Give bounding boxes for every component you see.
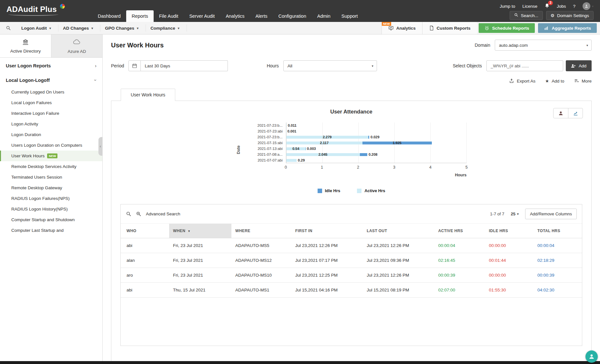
column-header-who[interactable]: WHO <box>121 224 169 238</box>
sidebar-item-radius-logon-failures-nps[interactable]: RADIUS Logon Failures(NPS) <box>0 193 102 204</box>
export-as-button[interactable]: Export As <box>509 78 535 84</box>
notifications-button[interactable]: 3 <box>544 3 550 9</box>
calendar-icon[interactable] <box>128 60 141 71</box>
toolbar-right: 1-7 of 7 25 ▾ Add/Remove Columns <box>490 209 577 219</box>
chevron-down-icon: ▾ <box>583 44 588 47</box>
app-logo[interactable]: ADAudit Plus <box>6 4 65 16</box>
subnav-dropdown-ad-changes[interactable]: AD Changes▾ <box>58 25 100 32</box>
sidebar-item-users-logon-duration-on-computers[interactable]: Users Logon Duration on Computers <box>0 140 102 151</box>
cell-first-in: Jul 23,2021 12:26 PM <box>291 238 363 253</box>
chart-title: User Attendance <box>117 109 586 115</box>
global-search-button[interactable]: Search... <box>510 11 543 20</box>
cell-last-out: Jul 23,2021 09:36 PM <box>363 253 434 268</box>
gear-icon: ⚙ <box>551 13 554 18</box>
sidebar-item-terminated-users-session[interactable]: Terminated Users Session <box>0 172 102 182</box>
sidebar-item-radius-logon-history-nps[interactable]: RADIUS Logon History(NPS) <box>0 204 102 214</box>
page-size-select[interactable]: 25 ▾ <box>511 212 519 216</box>
jump-to-link[interactable]: Jump to <box>500 4 515 9</box>
analytics-button[interactable]: NEW Analytics <box>381 22 422 34</box>
advanced-search: Advanced Search <box>126 211 180 217</box>
nav-item-dashboard[interactable]: Dashboard <box>92 10 126 22</box>
tab-azure-ad[interactable]: Azure AD <box>51 34 102 57</box>
period-input[interactable] <box>141 60 228 71</box>
cell-active-hrs: 00:00:04 <box>434 238 485 253</box>
hours-select[interactable]: All ▾ <box>283 60 377 71</box>
header-utilities: Jump to License 3 Jobs ? ▾ <box>500 2 594 10</box>
domain-select[interactable]: auto.adap.com ▾ <box>495 40 592 51</box>
search-icon[interactable] <box>126 211 131 217</box>
support-agent-icon <box>588 353 595 360</box>
attendance-view-icon[interactable] <box>554 108 568 118</box>
sidebar-item-remote-desktop-services-activity[interactable]: Remote Desktop Services Activity <box>0 161 102 172</box>
cell-active-hrs: 02:16:45 <box>434 253 485 268</box>
custom-reports-button[interactable]: Custom Reports <box>422 22 477 34</box>
sidebar-item-interactive-logon-failure[interactable]: Interactive Logon Failure <box>0 108 102 119</box>
sidebar-item-computer-last-startup-and[interactable]: Computer Last Startup and <box>0 225 102 236</box>
chart-xticks: 012345 <box>286 165 467 170</box>
table-toolbar: Advanced Search 1-7 of 7 25 ▾ Add/Remove… <box>121 204 582 223</box>
column-header-first-in[interactable]: FIRST IN <box>291 224 363 238</box>
user-menu[interactable]: ▾ <box>583 2 594 10</box>
column-header-total-hrs[interactable]: TOTAL HRS <box>534 224 582 238</box>
sidebar-item-remote-desktop-gateway[interactable]: Remote Desktop Gateway <box>0 182 102 193</box>
aggregate-reports-button[interactable]: Aggregate Reports <box>538 23 597 33</box>
nav-item-admin[interactable]: Admin <box>312 10 336 22</box>
chart-view-icon[interactable] <box>568 108 583 118</box>
sidebar-section-local-logon-logoff[interactable]: Local Logon-Logoff › <box>0 72 102 87</box>
domain-settings-button[interactable]: ⚙ Domain Settings <box>546 11 594 20</box>
chart-bar-row: 2.1171.925 <box>286 140 466 146</box>
help-button[interactable]: ? <box>573 4 575 9</box>
select-objects-group: Select Objects Add <box>453 60 592 71</box>
hours-group: Hours All ▾ <box>267 60 377 71</box>
subnav-dropdown-gpo-changes[interactable]: GPO Changes▾ <box>100 25 146 32</box>
support-chat-button[interactable] <box>585 350 598 363</box>
sidebar-item-user-work-hours[interactable]: User Work HoursNEW <box>0 151 102 161</box>
sidebar-item-currently-logged-on-users[interactable]: Currently Logged On Users <box>0 87 102 97</box>
subnav-search-icon[interactable] <box>6 25 11 31</box>
chart-xtick: 5 <box>465 165 468 170</box>
nav-item-server-audit[interactable]: Server Audit <box>184 10 220 22</box>
bell-icon <box>544 5 550 9</box>
subnav-dropdown-logon-audit[interactable]: Logon Audit▾ <box>17 25 58 32</box>
notification-badge: 3 <box>548 1 553 5</box>
column-header-active-hrs[interactable]: ACTIVE HRS <box>434 224 485 238</box>
sidebar-item-label: Users Logon Duration on Computers <box>11 143 82 148</box>
sidebar-item-computer-startup-and-shutdown[interactable]: Computer Startup and Shutdown <box>0 214 102 225</box>
column-header-idle-hrs[interactable]: IDLE HRS <box>485 224 534 238</box>
chart-bar-segment-idle-hrs <box>360 153 367 156</box>
cell-last-out: Jul 23,2021 12:26 PM <box>363 238 434 253</box>
tab-user-work-hours[interactable]: User Work Hours <box>121 89 175 101</box>
add-remove-columns-button[interactable]: Add/Remove Columns <box>525 209 577 219</box>
add-to-button[interactable]: ★ Add to <box>545 78 564 84</box>
column-header-last-out[interactable]: LAST OUT <box>363 224 434 238</box>
sidebar-item-label: Currently Logged On Users <box>11 90 64 94</box>
tab-active-directory[interactable]: Active Directory <box>0 34 51 57</box>
search-plus-icon[interactable] <box>136 211 141 217</box>
nav-item-configuration[interactable]: Configuration <box>273 10 311 22</box>
work-hours-table: WHOWHEN▼WHEREFIRST INLAST OUTACTIVE HRSI… <box>121 223 582 298</box>
nav-item-support[interactable]: Support <box>336 10 363 22</box>
schedule-reports-button[interactable]: Schedule Reports <box>479 23 535 33</box>
sidebar-item-label: Remote Desktop Gateway <box>11 185 62 190</box>
nav-item-file-audit[interactable]: File Audit <box>154 10 184 22</box>
document-icon <box>429 25 434 31</box>
sidebar-item-logon-duration[interactable]: Logon Duration <box>0 129 102 140</box>
nav-item-analytics[interactable]: Analytics <box>220 10 250 22</box>
license-link[interactable]: License <box>522 4 537 9</box>
alarm-clock-icon <box>484 26 489 31</box>
sidebar-collapse-handle[interactable]: ‹ <box>98 137 102 156</box>
sidebar-item-logon-activity[interactable]: Logon Activity <box>0 119 102 129</box>
nav-item-alerts[interactable]: Alerts <box>250 10 273 22</box>
sidebar-item-local-logon-failures[interactable]: Local Logon Failures <box>0 97 102 108</box>
subnav-dropdown-compliance[interactable]: Compliance▾ <box>146 25 187 32</box>
column-header-where[interactable]: WHERE <box>231 224 291 238</box>
jobs-link[interactable]: Jobs <box>557 4 566 9</box>
title-row: User Work Hours Domain auto.adap.com ▾ <box>111 40 592 51</box>
add-objects-button[interactable]: Add <box>566 60 592 71</box>
more-button[interactable]: More <box>574 78 592 84</box>
select-objects-input[interactable] <box>486 60 563 71</box>
sidebar-section-user-logon-reports[interactable]: User Logon Reports › <box>0 58 102 72</box>
advanced-search-label[interactable]: Advanced Search <box>146 212 180 216</box>
column-header-when[interactable]: WHEN▼ <box>169 224 231 238</box>
nav-item-reports[interactable]: Reports <box>126 10 154 22</box>
